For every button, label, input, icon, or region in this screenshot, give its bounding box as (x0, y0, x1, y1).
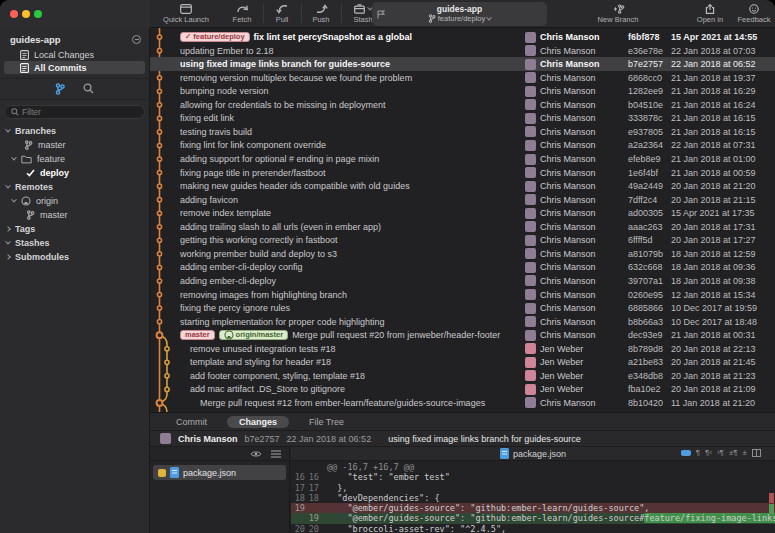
commit-hash: 8b789d8 (628, 344, 671, 354)
tree-item-master[interactable]: master (0, 208, 149, 222)
commit-message: fixing the percy ignore rules (180, 303, 525, 313)
detail-author: Chris Manson (178, 434, 238, 444)
new-branch-button[interactable]: New Branch (590, 1, 646, 27)
preview-eye-icon[interactable] (250, 450, 262, 458)
avatar (525, 357, 536, 368)
commit-row[interactable]: remove unused integration tests #18Jen W… (150, 342, 775, 356)
collapse-repo-icon[interactable] (132, 35, 141, 44)
avatar (525, 167, 536, 178)
tree-item-feature[interactable]: feature (0, 152, 149, 166)
zoom-window-button[interactable] (34, 10, 42, 18)
commit-row[interactable]: add mac artifact .DS_Store to gitignoreJ… (150, 383, 775, 397)
diff-content[interactable]: @@ -16,7 +16,7 @@1616 "test": "ember tes… (291, 461, 775, 533)
diff-line-context: 1818 "devDependencies": { (291, 493, 775, 503)
tree-item-origin[interactable]: origin (0, 194, 149, 208)
wrap-lines-icon[interactable] (681, 449, 691, 457)
chevron-right-icon[interactable] (5, 226, 11, 232)
commit-row[interactable]: starting implementation for proper code … (150, 315, 775, 329)
avatar (525, 289, 536, 300)
hunk-settings-icon[interactable]: ± (743, 448, 747, 457)
tree-item-deploy[interactable]: deploy (0, 166, 149, 180)
commit-row[interactable]: Merge pull request #12 from ember-learn/… (150, 396, 775, 410)
feedback-button[interactable]: Feedback (734, 1, 774, 27)
commit-row[interactable]: add footer component, styling, template … (150, 369, 775, 383)
push-button[interactable]: Push (306, 1, 336, 27)
commit-author: Chris Manson (525, 126, 628, 137)
commit-row[interactable]: adding ember-cli-deployChris Manson39707… (150, 274, 775, 288)
chevron-right-icon[interactable] (5, 254, 11, 260)
toolbar: Quick Launch Fetch Pull Push (150, 0, 775, 28)
toolbar-divider (341, 4, 342, 23)
tree-item-stashes[interactable]: Stashes (0, 236, 149, 250)
chevron-down-icon[interactable] (11, 155, 17, 161)
commit-hash: 632c668 (628, 262, 671, 272)
commit-author: Chris Manson (525, 208, 628, 219)
push-icon (315, 4, 328, 14)
file-row[interactable]: package.json (153, 465, 286, 480)
chevron-down-icon[interactable] (5, 183, 11, 189)
pull-button[interactable]: Pull (268, 1, 296, 27)
chevron-down-icon[interactable] (5, 127, 11, 133)
prev-change-icon[interactable]: ¶‹ (705, 448, 712, 457)
commit-row[interactable]: template and styling for header #18Jen W… (150, 356, 775, 370)
commit-hash: b8b66a3 (628, 317, 671, 327)
commit-row[interactable]: updating Ember to 2.18Chris Mansone36e78… (150, 44, 775, 58)
commit-date: 15 Apr 2021 at 17:35 (671, 208, 775, 218)
commit-row[interactable]: making new guides header ids compatible … (150, 179, 775, 193)
commit-message: ✓feature/deployfix lint set percySnapsho… (180, 32, 525, 42)
sidebar-item-all-commits[interactable]: All Commits (4, 61, 145, 74)
minimize-window-button[interactable] (22, 10, 30, 18)
avatar (525, 303, 536, 314)
split-view-icon[interactable] (752, 449, 761, 457)
current-branch-selector[interactable]: feature/deploy (428, 14, 492, 23)
stash-icon (354, 4, 372, 14)
filter-input[interactable]: Filter (4, 105, 145, 119)
avatar (525, 397, 536, 408)
tree-item-branches[interactable]: Branches (0, 124, 149, 138)
chevron-down-icon[interactable] (5, 239, 11, 245)
commit-row[interactable]: fixing the percy ignore rulesChris Manso… (150, 301, 775, 315)
branches-tab-icon[interactable] (55, 83, 65, 95)
chevron-down-icon[interactable] (11, 197, 17, 203)
tree-item-master[interactable]: master (0, 138, 149, 152)
commit-row[interactable]: adding support for optional # ending in … (150, 152, 775, 166)
tab-commit[interactable]: Commit (164, 416, 219, 428)
commit-row[interactable]: getting this working correctly in fastbo… (150, 234, 775, 248)
commit-row[interactable]: fixing lint for link component overrideC… (150, 139, 775, 153)
commit-row[interactable]: ✓feature/deployfix lint set percySnapsho… (150, 30, 775, 44)
quick-launch-button[interactable]: Quick Launch (158, 1, 214, 27)
commit-row[interactable]: fixing edit linkChris Manson333878c21 Ja… (150, 112, 775, 126)
tab-file-tree[interactable]: File Tree (297, 416, 356, 428)
next-change-icon[interactable]: ›¶ (717, 448, 724, 457)
commit-row[interactable]: adding ember-cli-deploy configChris Mans… (150, 261, 775, 275)
commit-row[interactable]: bumping node versionChris Manson1282ee92… (150, 85, 775, 99)
close-window-button[interactable] (10, 10, 18, 18)
commit-row[interactable]: working prember build and deploy to s3Ch… (150, 247, 775, 261)
list-view-icon[interactable] (271, 450, 281, 458)
commit-row[interactable]: removing version multiplex because we fo… (150, 71, 775, 85)
tree-item-remotes[interactable]: Remotes (0, 180, 149, 194)
commit-row[interactable]: masterorigin/masterMerge pull request #2… (150, 328, 775, 342)
tree-item-submodules[interactable]: Submodules (0, 250, 149, 264)
commit-hash: 6885866 (628, 303, 671, 313)
tab-changes[interactable]: Changes (227, 416, 289, 428)
tree-item-tags[interactable]: Tags (0, 222, 149, 236)
commit-row[interactable]: fixing page title in prerender/fastbootC… (150, 166, 775, 180)
open-in-button[interactable]: Open in (690, 1, 730, 27)
commit-row[interactable]: testing travis buildChris Mansone9378052… (150, 125, 775, 139)
sidebar-item-local-changes[interactable]: Local Changes (4, 48, 145, 61)
whitespace-icon[interactable]: ¶ (696, 448, 700, 457)
commit-date: 22 Jan 2018 at 07:03 (671, 46, 775, 56)
commit-row[interactable]: allowing for credentials to be missing i… (150, 98, 775, 112)
commit-row[interactable]: adding faviconChris Manson7dff2c420 Jan … (150, 193, 775, 207)
repo-branch-widget[interactable]: guides-app feature/deploy (372, 2, 547, 26)
commit-row[interactable]: remove index templateChris Mansonad00305… (150, 206, 775, 220)
fetch-button[interactable]: Fetch (226, 1, 258, 27)
expand-context-icon[interactable]: ±¶ (729, 448, 738, 457)
search-tab-icon[interactable] (83, 83, 94, 95)
commit-message: updating Ember to 2.18 (180, 46, 525, 56)
commit-row[interactable]: using fixed image links branch for guide… (150, 57, 775, 71)
commit-message: adding ember-cli-deploy config (180, 262, 525, 272)
commit-row[interactable]: adding trailing slash to all urls (even … (150, 220, 775, 234)
commit-row[interactable]: removing images from highlighting branch… (150, 288, 775, 302)
